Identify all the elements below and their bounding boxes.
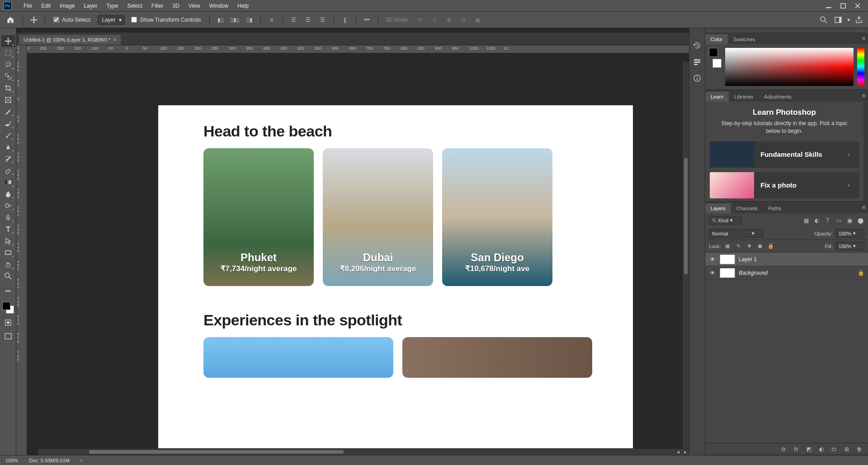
screen-mode-toggle[interactable] [1, 331, 15, 342]
auto-select-target-dropdown[interactable]: Layer ▾ [98, 15, 125, 25]
channels-tab[interactable]: Channels [731, 203, 763, 213]
lock-artboard-icon[interactable]: ▣ [756, 242, 764, 250]
adjustments-tab[interactable]: Adjustments [759, 92, 797, 102]
vertical-ruler[interactable]: 1501005005010015020025030035040045050055… [16, 45, 27, 455]
panel-scrollbar[interactable] [863, 102, 868, 201]
layer-filter-kind-dropdown[interactable]: Kind ▾ [709, 216, 741, 225]
link-layers-icon[interactable]: ⧉ [779, 445, 788, 453]
learn-card-fix-photo[interactable]: Fix a photo › [710, 172, 859, 198]
menu-type[interactable]: Type [102, 1, 123, 11]
info-panel-icon[interactable] [691, 72, 703, 84]
libraries-tab[interactable]: Libraries [729, 92, 759, 102]
visibility-toggle-icon[interactable]: 👁 [709, 270, 716, 276]
fill-input[interactable]: 100% ▾ [835, 242, 864, 250]
brush-tool[interactable] [1, 129, 15, 141]
more-options-icon[interactable]: ••• [362, 14, 373, 25]
scroll-right-arrow[interactable]: ▸ [682, 449, 689, 455]
blur-tool[interactable] [1, 188, 15, 200]
align-left-edges-icon[interactable]: ▮▯ [215, 14, 226, 25]
filter-pixel-icon[interactable]: ▦ [802, 216, 810, 225]
layers-tab[interactable]: Layers [705, 203, 731, 213]
lock-position-icon[interactable]: ✥ [745, 242, 753, 250]
move-tool-icon[interactable] [28, 14, 39, 25]
color-picker-swatches[interactable] [709, 48, 722, 86]
healing-brush-tool[interactable] [1, 117, 15, 129]
lock-pixels-icon[interactable]: ✎ [734, 242, 742, 250]
horizontal-ruler[interactable]: 3002502001501005005010015020025030035040… [27, 45, 689, 53]
layer-row[interactable]: 👁Layer 1 [705, 253, 868, 266]
maximize-button[interactable] [840, 3, 846, 9]
horizontal-scrollbar[interactable]: ◂ ▸ [38, 448, 689, 455]
history-brush-tool[interactable] [1, 153, 15, 164]
path-selection-tool[interactable] [1, 235, 15, 247]
menu-help[interactable]: Help [233, 1, 253, 11]
history-panel-icon[interactable] [691, 40, 703, 52]
menu-edit[interactable]: Edit [37, 1, 55, 11]
close-tab-icon[interactable]: × [113, 37, 116, 42]
move-tool[interactable] [1, 35, 15, 47]
panel-menu-icon[interactable]: ≡ [862, 204, 865, 211]
doc-grip[interactable] [18, 28, 32, 33]
filter-adjustment-icon[interactable]: ◐ [813, 216, 821, 225]
panel-grip[interactable] [852, 28, 865, 33]
frame-tool[interactable] [1, 94, 15, 106]
zoom-level[interactable]: 100% [5, 458, 18, 463]
hue-slider[interactable] [857, 48, 864, 86]
lock-all-icon[interactable]: 🔒 [767, 242, 775, 250]
filter-toggle-icon[interactable]: ⬤ [856, 216, 864, 225]
align-right-edges-icon[interactable]: ▯▮ [244, 14, 255, 25]
filter-smart-icon[interactable]: ▣ [845, 216, 854, 225]
new-adjustment-icon[interactable]: ◐ [817, 445, 826, 453]
pen-tool[interactable] [1, 211, 15, 223]
status-chevron-icon[interactable]: ▸ [80, 457, 83, 463]
panel-grip[interactable] [1, 31, 15, 35]
distribute-bottom-icon[interactable]: ☰ [317, 14, 328, 25]
menu-view[interactable]: View [184, 1, 205, 11]
new-layer-icon[interactable]: ⊞ [843, 445, 851, 453]
distribute-vertical-icon[interactable]: ☰ [303, 14, 314, 25]
layer-name[interactable]: Background [739, 270, 768, 276]
layer-thumbnail[interactable] [720, 268, 735, 278]
learn-tab[interactable]: Learn [705, 92, 729, 102]
close-button[interactable] [854, 3, 861, 9]
workspace-switcher-icon[interactable] [833, 14, 844, 25]
scroll-left-arrow[interactable]: ◂ [675, 449, 682, 455]
add-mask-icon[interactable]: ◩ [805, 445, 813, 453]
panel-menu-icon[interactable]: ≡ [862, 35, 865, 42]
properties-panel-icon[interactable] [691, 56, 703, 68]
layer-name[interactable]: Layer 1 [739, 256, 757, 263]
quick-selection-tool[interactable] [1, 70, 15, 82]
clone-stamp-tool[interactable] [1, 141, 15, 153]
menu-3d[interactable]: 3D [168, 1, 184, 11]
quick-mask-toggle[interactable] [1, 317, 15, 328]
edit-toolbar-icon[interactable]: ••• [1, 286, 15, 297]
menu-window[interactable]: Window [205, 1, 233, 11]
document-tab[interactable]: Untitled-1 @ 100% (Layer 1, RGB/8#) * × [19, 35, 121, 45]
search-icon[interactable] [818, 14, 829, 25]
learn-card-fundamental[interactable]: Fundamental Skills › [710, 141, 859, 168]
rectangle-tool[interactable] [1, 247, 15, 258]
filter-shape-icon[interactable]: ▭ [835, 216, 843, 225]
layer-thumbnail[interactable] [720, 254, 735, 264]
minimize-button[interactable] [826, 3, 832, 9]
canvas-viewport[interactable]: Head to the beach Phuket₹7,734/night ave… [27, 53, 689, 455]
eyedropper-tool[interactable] [1, 106, 15, 117]
layer-fx-icon[interactable]: fx [792, 445, 800, 453]
marquee-tool[interactable] [1, 47, 15, 59]
home-button[interactable] [4, 14, 17, 26]
filter-type-icon[interactable]: T [824, 216, 832, 225]
align-top-edges-icon[interactable]: ≡ [266, 14, 277, 25]
menu-filter[interactable]: Filter [147, 1, 168, 11]
lasso-tool[interactable] [1, 59, 15, 70]
vertical-scrollbar[interactable] [682, 61, 689, 448]
menu-select[interactable]: Select [123, 1, 146, 11]
menu-image[interactable]: Image [55, 1, 79, 11]
crop-tool[interactable] [1, 82, 15, 94]
lock-transparency-icon[interactable]: ▦ [723, 242, 731, 250]
show-transform-checkbox[interactable]: Show Transform Controls [128, 17, 203, 23]
panel-menu-icon[interactable]: ≡ [862, 93, 865, 99]
opacity-input[interactable]: 100% ▾ [835, 229, 864, 238]
doc-info[interactable]: Doc: 5.93M/8.01M [29, 458, 70, 463]
menu-file[interactable]: File [19, 1, 37, 11]
blend-mode-dropdown[interactable]: Normal▾ [709, 229, 763, 238]
